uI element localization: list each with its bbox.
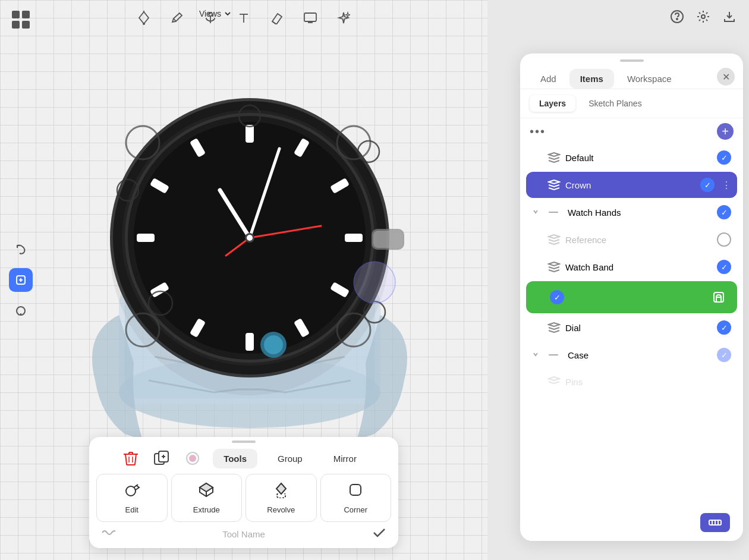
layer-item-pins[interactable]: Pins [526,369,737,394]
tool-name-bar: Tool Name [96,527,391,541]
svg-rect-29 [246,333,254,351]
undo-button[interactable] [9,237,33,261]
svg-line-2 [174,18,176,21]
items-tab[interactable]: Items [569,69,614,89]
layer-name-watch-band: Watch Band [565,262,712,272]
layer-options-crown[interactable]: ⋮ [722,180,731,191]
workspace-tab[interactable]: Workspace [616,69,682,89]
svg-rect-10 [304,13,316,21]
canvas-area: Views [0,0,487,560]
layer-item-dial[interactable]: Dial ✓ [526,314,737,341]
layer-stack-icon-pins [547,375,561,388]
layer-item-green[interactable]: ✓ [526,281,737,313]
comment-button[interactable] [9,299,33,323]
corner-tool-button[interactable]: Corner [320,474,392,522]
layer-chevron-case [532,351,543,360]
items-tab-label: Items [580,74,603,84]
mirror-tab-label: Mirror [333,454,357,464]
right-panel: Add Items Workspace ✕ Layers Sketch Plan… [520,54,743,541]
duplicate-button[interactable] [151,448,172,469]
layer-name-default: Default [565,153,712,163]
circle-tool-button[interactable] [182,448,203,469]
tools-tab-label: Tools [224,454,247,464]
svg-line-9 [272,21,276,24]
tools-tab[interactable]: Tools [213,449,257,468]
eraser-icon[interactable] [269,10,285,26]
anchor-icon[interactable] [202,10,219,26]
svg-point-0 [143,23,145,25]
svg-point-40 [247,235,253,241]
layer-dash-watch-hands [549,212,558,213]
extrude-tool-label: Extrude [193,505,220,514]
add-layer-button[interactable]: + [717,123,734,140]
svg-point-49 [264,335,283,354]
layer-chevron-watch-hands [532,208,543,217]
svg-point-71 [189,455,196,462]
layer-item-case[interactable]: Case ✓ [526,342,737,368]
revolve-tool-button[interactable]: Revolve [246,474,317,522]
svg-point-82 [701,15,705,18]
edit-tool-button[interactable]: Edit [96,474,168,522]
add-tab-label: Add [540,74,556,84]
revolve-tool-label: Revolve [267,505,295,514]
workspace-tab-label: Workspace [627,74,672,84]
layer-visibility-default[interactable]: ✓ [717,150,731,165]
sparkle-icon[interactable] [335,10,352,26]
layer-item-default[interactable]: Default ✓ [526,144,737,171]
watch-3d-view [24,48,476,499]
layers-tab-label: Layers [539,99,566,108]
svg-rect-32 [137,234,155,242]
layer-visibility-watch-hands[interactable]: ✓ [717,205,731,219]
layer-visibility-case[interactable]: ✓ [717,348,731,362]
svg-rect-47 [373,231,402,248]
text-icon[interactable] [235,10,252,26]
svg-point-81 [676,18,678,20]
svg-marker-74 [200,483,213,492]
bottom-action-button[interactable] [700,513,730,532]
top-right-icons [669,9,737,24]
layers-tab[interactable]: Layers [530,95,575,112]
mirror-tab[interactable]: Mirror [323,449,367,468]
top-toolbar [0,0,487,36]
toolbar-top-row: Tools Group Mirror [96,448,391,469]
layer-stack-icon [547,151,561,164]
layer-item-watch-hands[interactable]: Watch Hands ✓ [526,199,737,225]
layer-visibility-crown[interactable]: ✓ [700,178,715,192]
layer-name-pins: Pins [565,377,731,387]
confirm-button[interactable] [372,527,386,541]
close-panel-button[interactable]: ✕ [717,68,735,86]
draw-button[interactable] [9,268,33,292]
more-options-button[interactable]: ••• [530,125,546,139]
layer-item-reference[interactable]: Reference [526,226,737,253]
screen-icon[interactable] [302,10,319,26]
help-icon[interactable] [669,9,685,24]
extrude-icon [198,482,215,502]
settings-icon[interactable] [696,9,711,24]
layer-item-crown[interactable]: Crown ✓ ⋮ [526,172,737,198]
layer-visibility-dial[interactable]: ✓ [717,320,731,335]
export-icon[interactable] [722,9,737,24]
grid-toggle-icon[interactable] [12,11,30,29]
svg-point-3 [209,12,212,16]
svg-rect-79 [350,485,361,495]
sketch-planes-tab[interactable]: Sketch Planes [579,95,652,112]
layer-stack-icon-dial [547,321,561,334]
layer-name-reference: Reference [565,235,712,245]
delete-button[interactable] [120,448,141,469]
layer-visibility-watch-band[interactable]: ✓ [717,260,731,274]
extrude-tool-button[interactable]: Extrude [171,474,243,522]
group-tab[interactable]: Group [267,449,313,468]
pen-tool-icon[interactable] [136,10,152,26]
layer-visibility-reference[interactable] [717,232,731,247]
layer-item-watch-band[interactable]: Watch Band ✓ [526,254,737,280]
layer-check-green[interactable]: ✓ [550,290,564,304]
toolbar-drag-handle[interactable] [232,441,256,443]
pencil-icon[interactable] [169,10,185,26]
layer-stack-icon-crown [547,178,561,191]
layer-stack-icon-watch-band [547,260,561,273]
edit-tool-label: Edit [125,505,139,514]
add-tab[interactable]: Add [530,69,567,89]
sketch-planes-tab-label: Sketch Planes [588,99,642,108]
corner-icon [347,482,364,502]
svg-rect-23 [246,125,254,143]
